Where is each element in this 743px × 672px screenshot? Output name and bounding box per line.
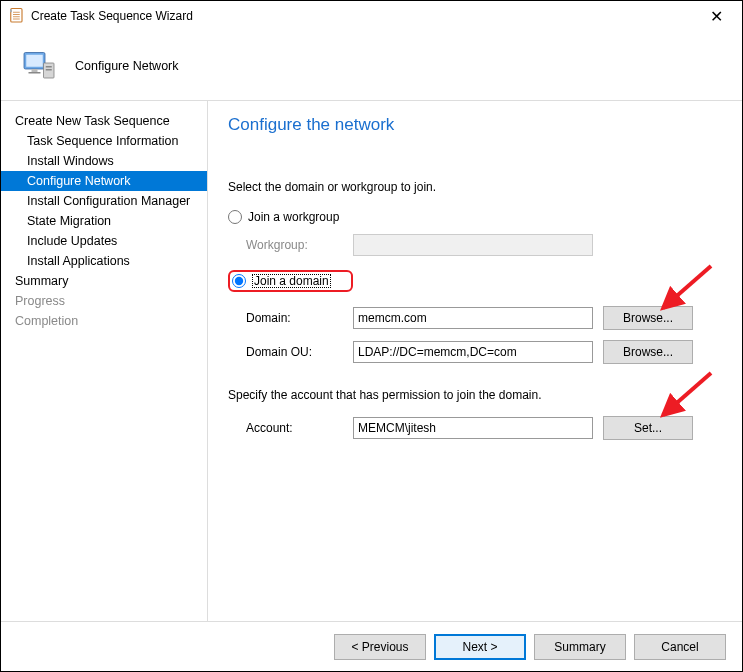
close-button[interactable]: ✕: [696, 1, 736, 31]
header-panel: Configure Network: [1, 31, 742, 101]
content-panel: Configure the network Select the domain …: [208, 101, 742, 621]
content-title: Configure the network: [228, 115, 722, 135]
domain-input[interactable]: [353, 307, 593, 329]
titlebar: Create Task Sequence Wizard ✕: [1, 1, 742, 31]
header-title: Configure Network: [75, 59, 179, 73]
nav-completion: Completion: [1, 311, 207, 331]
section-intro: Select the domain or workgroup to join.: [228, 180, 722, 194]
browse-domain-button[interactable]: Browse...: [603, 306, 693, 330]
nav-item-task-info[interactable]: Task Sequence Information: [1, 131, 207, 151]
previous-button[interactable]: < Previous: [334, 634, 426, 660]
computer-icon: [21, 48, 57, 84]
svg-rect-11: [46, 66, 52, 68]
set-account-button[interactable]: Set...: [603, 416, 693, 440]
radio-workgroup-label: Join a workgroup: [248, 210, 339, 224]
cancel-button[interactable]: Cancel: [634, 634, 726, 660]
account-input[interactable]: [353, 417, 593, 439]
nav-summary[interactable]: Summary: [1, 271, 207, 291]
radio-domain-highlight: Join a domain: [228, 270, 353, 292]
nav-item-install-apps[interactable]: Install Applications: [1, 251, 207, 271]
domain-ou-input[interactable]: [353, 341, 593, 363]
radio-domain-label: Join a domain: [252, 274, 331, 288]
nav-item-configure-network[interactable]: Configure Network: [1, 171, 207, 191]
svg-rect-7: [26, 54, 43, 66]
nav-item-install-cm[interactable]: Install Configuration Manager: [1, 191, 207, 211]
nav-item-include-updates[interactable]: Include Updates: [1, 231, 207, 251]
radio-workgroup[interactable]: [228, 210, 242, 224]
radio-domain[interactable]: [232, 274, 246, 288]
workgroup-input: [353, 234, 593, 256]
spec-text: Specify the account that has permission …: [228, 388, 722, 402]
svg-rect-0: [11, 9, 22, 23]
wizard-icon: [7, 7, 25, 25]
window-title: Create Task Sequence Wizard: [31, 9, 696, 23]
next-button[interactable]: Next >: [434, 634, 526, 660]
svg-rect-8: [32, 69, 38, 72]
footer: < Previous Next > Summary Cancel: [1, 621, 742, 671]
workgroup-label: Workgroup:: [228, 238, 353, 252]
browse-ou-button[interactable]: Browse...: [603, 340, 693, 364]
nav-root[interactable]: Create New Task Sequence: [1, 111, 207, 131]
svg-rect-9: [29, 72, 41, 74]
domain-label: Domain:: [228, 311, 353, 325]
nav-sidebar: Create New Task Sequence Task Sequence I…: [1, 101, 208, 621]
nav-item-state-migration[interactable]: State Migration: [1, 211, 207, 231]
nav-progress: Progress: [1, 291, 207, 311]
summary-button[interactable]: Summary: [534, 634, 626, 660]
domain-ou-label: Domain OU:: [228, 345, 353, 359]
svg-rect-12: [46, 69, 52, 71]
account-label: Account:: [228, 421, 353, 435]
svg-rect-1: [10, 9, 12, 12]
nav-item-install-windows[interactable]: Install Windows: [1, 151, 207, 171]
